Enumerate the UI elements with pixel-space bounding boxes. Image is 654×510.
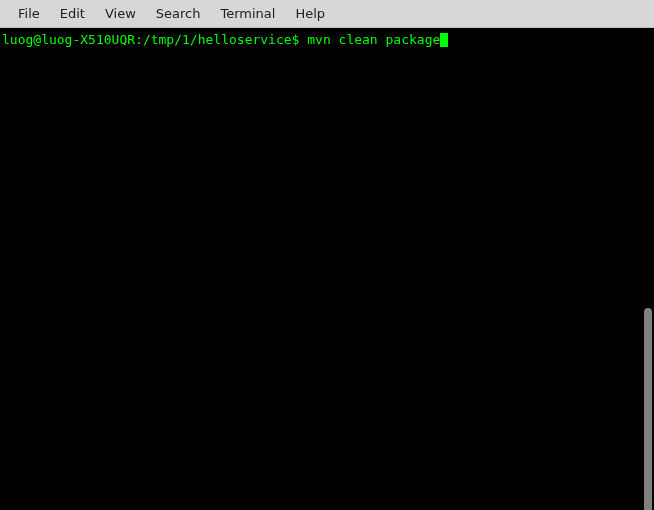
menu-view[interactable]: View — [95, 2, 146, 25]
terminal-area[interactable]: luog@luog-X510UQR:/tmp/1/helloservice$ m… — [0, 28, 654, 510]
scrollbar[interactable] — [644, 308, 652, 510]
menu-edit[interactable]: Edit — [50, 2, 95, 25]
menu-help[interactable]: Help — [285, 2, 335, 25]
menu-search[interactable]: Search — [146, 2, 211, 25]
menu-terminal[interactable]: Terminal — [210, 2, 285, 25]
menubar: File Edit View Search Terminal Help — [0, 0, 654, 28]
command-text: mvn clean package — [307, 32, 440, 47]
cursor — [440, 33, 448, 47]
shell-prompt: luog@luog-X510UQR:/tmp/1/helloservice$ — [2, 32, 307, 47]
terminal-line: luog@luog-X510UQR:/tmp/1/helloservice$ m… — [2, 32, 652, 48]
menu-file[interactable]: File — [8, 2, 50, 25]
